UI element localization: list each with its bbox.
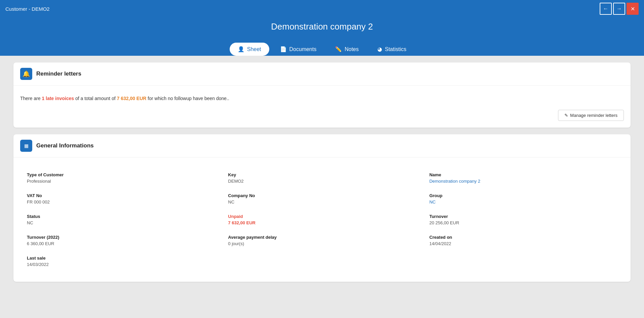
manage-reminder-button[interactable]: ✎ Manage reminder letters <box>558 110 624 121</box>
tab-statistics[interactable]: ◕ Statistics <box>369 43 414 56</box>
nav-buttons: ← → ✕ <box>600 3 639 15</box>
tabs-row: 👤 Sheet 📄 Documents ✏️ Notes ◕ Statistic… <box>0 43 644 56</box>
info-grid: Type of Customer Professional Key DEMO2 … <box>20 164 624 275</box>
content-area: 🔔 Reminder letters There are 1 late invo… <box>0 56 644 308</box>
header: Customer - DEMO2 ← → ✕ Demonstration com… <box>0 0 644 56</box>
window-title: Customer - DEMO2 <box>5 6 50 12</box>
notes-icon: ✏️ <box>335 46 342 52</box>
info-cell-type: Type of Customer Professional <box>20 168 221 188</box>
value-key: DEMO2 <box>228 179 416 184</box>
edit-icon: ✎ <box>564 113 568 118</box>
label-unpaid: Unpaid <box>228 214 416 219</box>
reminder-late-invoices: 1 late invoices <box>42 96 74 101</box>
reminder-card-title: Reminder letters <box>36 71 81 77</box>
reminder-msg-before: There are <box>20 96 42 101</box>
reminder-card-body: There are 1 late invoices of a total amo… <box>13 86 631 128</box>
info-cell-turnover: Turnover 20 256,00 EUR <box>423 209 624 230</box>
value-vat: FR 000 002 <box>27 199 215 205</box>
reminder-amount: 7 632,00 EUR <box>117 96 146 101</box>
info-cell-avg-payment: Average payment delay 0 jour(s) <box>221 230 422 251</box>
label-turnover-2022: Turnover (2022) <box>27 235 215 240</box>
info-cell-name: Name Demonstration company 2 <box>423 168 624 188</box>
general-info-body: Type of Customer Professional Key DEMO2 … <box>13 157 631 282</box>
info-cell-vat: VAT No FR 000 002 <box>20 188 221 209</box>
info-cell-unpaid: Unpaid 7 632,00 EUR <box>221 209 422 230</box>
value-turnover: 20 256,00 EUR <box>429 220 617 225</box>
company-title: Demonstration company 2 <box>0 17 644 37</box>
reminder-msg-middle: of a total amount of <box>74 96 117 101</box>
label-company-no: Company No <box>228 193 416 198</box>
label-type-of-customer: Type of Customer <box>27 172 215 177</box>
reminder-msg-after: for which no followup have been done.. <box>146 96 229 101</box>
value-avg-payment: 0 jour(s) <box>228 241 416 246</box>
value-company-no: NC <box>228 199 416 205</box>
value-status: NC <box>27 220 215 225</box>
reminder-card: 🔔 Reminder letters There are 1 late invo… <box>13 62 631 128</box>
value-name: Demonstration company 2 <box>429 179 617 184</box>
manage-reminder-label: Manage reminder letters <box>570 113 617 118</box>
info-cell-turnover-2022: Turnover (2022) 6 360,00 EUR <box>20 230 221 251</box>
reminder-icon: 🔔 <box>20 68 32 80</box>
general-info-card: ▦ General Informations Type of Customer … <box>13 134 631 282</box>
tab-notes-label: Notes <box>344 46 359 52</box>
nav-forward-button[interactable]: → <box>613 3 625 15</box>
nav-close-button[interactable]: ✕ <box>627 3 639 15</box>
label-avg-payment: Average payment delay <box>228 235 416 240</box>
info-cell-status: Status NC <box>20 209 221 230</box>
person-icon: 👤 <box>238 46 244 52</box>
label-vat: VAT No <box>27 193 215 198</box>
nav-back-button[interactable]: ← <box>600 3 612 15</box>
value-last-sale: 14/03/2022 <box>27 262 215 267</box>
info-cell-created-on: Created on 14/04/2022 <box>423 230 624 251</box>
info-cell-company-no: Company No NC <box>221 188 422 209</box>
tab-documents-label: Documents <box>289 46 317 52</box>
general-info-title: General Informations <box>36 142 94 149</box>
tab-sheet-label: Sheet <box>247 46 261 52</box>
tabs-wrapper: 👤 Sheet 📄 Documents ✏️ Notes ◕ Statistic… <box>0 37 644 56</box>
value-created-on: 14/04/2022 <box>429 241 617 246</box>
tab-sheet[interactable]: 👤 Sheet <box>230 43 269 56</box>
document-icon: 📄 <box>280 46 287 52</box>
reminder-actions: ✎ Manage reminder letters <box>20 104 624 121</box>
label-name: Name <box>429 172 617 177</box>
reminder-message: There are 1 late invoices of a total amo… <box>20 92 624 104</box>
value-unpaid: 7 632,00 EUR <box>228 220 416 225</box>
tab-documents[interactable]: 📄 Documents <box>272 43 325 56</box>
general-info-header: ▦ General Informations <box>13 134 631 157</box>
label-last-sale: Last sale <box>27 256 215 261</box>
reminder-card-header: 🔔 Reminder letters <box>13 62 631 86</box>
label-created-on: Created on <box>429 235 617 240</box>
value-turnover-2022: 6 360,00 EUR <box>27 241 215 246</box>
tab-statistics-label: Statistics <box>385 46 406 52</box>
info-cell-last-sale: Last sale 14/03/2022 <box>20 251 221 272</box>
label-group: Group <box>429 193 617 198</box>
value-type-of-customer: Professional <box>27 179 215 184</box>
info-cell-empty-1 <box>221 251 422 272</box>
statistics-icon: ◕ <box>377 46 382 52</box>
general-info-icon: ▦ <box>20 140 32 152</box>
value-group: NC <box>429 199 617 205</box>
info-cell-key: Key DEMO2 <box>221 168 422 188</box>
label-turnover: Turnover <box>429 214 617 219</box>
info-cell-group: Group NC <box>423 188 624 209</box>
label-key: Key <box>228 172 416 177</box>
tab-notes[interactable]: ✏️ Notes <box>327 43 367 56</box>
info-cell-empty-2 <box>423 251 624 272</box>
label-status: Status <box>27 214 215 219</box>
header-top: Customer - DEMO2 ← → ✕ <box>0 0 644 17</box>
